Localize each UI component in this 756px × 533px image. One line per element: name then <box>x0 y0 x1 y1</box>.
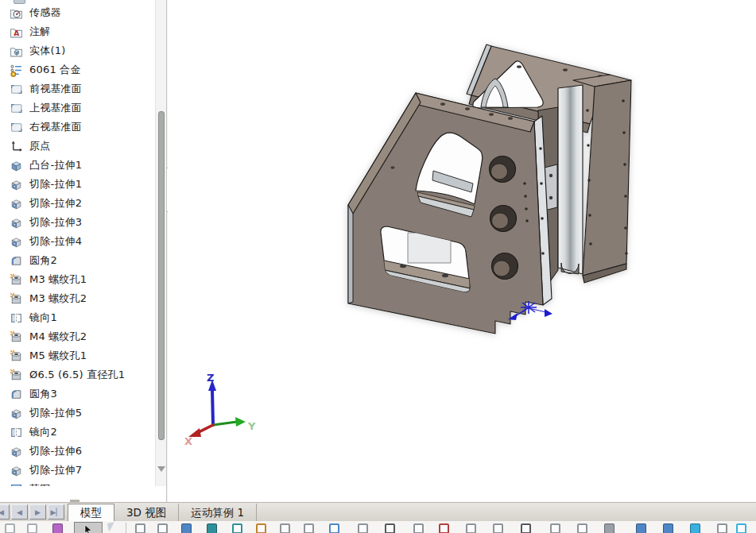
tree-item-label: 前视基准面 <box>29 82 82 96</box>
plane-icon <box>10 83 23 96</box>
tree-item-11[interactable]: 切除-拉伸2 <box>0 194 156 213</box>
clipped-icon-17[interactable] <box>466 523 476 533</box>
tab-nav-prev-button[interactable]: ◀ <box>11 504 28 519</box>
clipped-icon-14[interactable] <box>385 523 395 533</box>
tab-model[interactable]: 模型 <box>68 504 114 522</box>
clipped-icon-10[interactable] <box>280 523 290 533</box>
tree-item-14[interactable]: 圆角2 <box>0 251 156 270</box>
tab-motion-study[interactable]: 运动算例 1 <box>179 504 257 522</box>
hole-icon <box>10 350 23 363</box>
triad-z-label: Z <box>207 372 214 384</box>
clipped-icon-24[interactable] <box>663 523 673 533</box>
tree-item-17[interactable]: 镜向1 <box>0 308 156 327</box>
clipped-icon-22[interactable] <box>604 523 614 533</box>
tree-item-5[interactable]: 前视基准面 <box>0 79 156 98</box>
clipped-icon-13[interactable] <box>358 523 368 533</box>
tree-item-12[interactable]: 切除-拉伸3 <box>0 213 156 232</box>
clipped-icon-4[interactable] <box>135 523 145 533</box>
feature-tree-panel: 传感器A注解实体(1)6061 合金前视基准面上视基准面右视基准面原点凸台-拉伸… <box>0 0 156 486</box>
tab-3d-views[interactable]: 3D 视图 <box>114 504 179 522</box>
clipped-icon-15[interactable] <box>413 523 424 533</box>
tree-item-10[interactable]: 切除-拉伸1 <box>0 175 156 194</box>
tree-item-22[interactable]: 切除-拉伸5 <box>0 404 156 423</box>
tree-vertical-scrollbar-thumb[interactable] <box>158 111 165 440</box>
tree-item-partial[interactable]: 草图 <box>0 480 156 486</box>
tree-item-18[interactable]: M4 螺纹孔2 <box>0 327 156 346</box>
clipped-icon-5[interactable] <box>157 523 168 533</box>
tab-nav-first-button[interactable]: ◀ <box>0 504 10 519</box>
plane-icon <box>10 102 23 115</box>
tree-item-label: 切除-拉伸2 <box>29 196 82 210</box>
tree-item-label: 上视基准面 <box>29 101 82 115</box>
clipped-icon-9[interactable] <box>256 523 266 533</box>
clipped-icon-11[interactable] <box>304 523 314 533</box>
tree-item-4[interactable]: 6061 合金 <box>0 60 156 79</box>
tree-item-label: 传感器 <box>29 6 61 20</box>
feature-tree: 传感器A注解实体(1)6061 合金前视基准面上视基准面右视基准面原点凸台-拉伸… <box>0 3 156 486</box>
tree-item-1[interactable]: 传感器 <box>0 3 156 22</box>
cut-icon <box>10 407 23 420</box>
clipped-icon-25[interactable] <box>690 523 700 533</box>
tree-item-label: 圆角2 <box>29 253 57 268</box>
fillet-icon <box>10 254 23 268</box>
hole-icon <box>10 330 23 344</box>
tab-nav-next-button[interactable]: ▶ <box>29 504 46 519</box>
clipped-icon-23[interactable] <box>636 523 646 533</box>
clipped-icon-26[interactable] <box>717 523 727 533</box>
tree-item-label: 镜向2 <box>29 425 57 439</box>
cut-icon <box>10 178 23 191</box>
sketch-icon <box>10 483 23 487</box>
tree-item-21[interactable]: 圆角3 <box>0 384 156 404</box>
tree-item-15[interactable]: M3 螺纹孔1 <box>0 270 156 289</box>
tree-item-2[interactable]: A注解 <box>0 22 156 41</box>
scroll-down-arrow-icon[interactable] <box>157 466 165 472</box>
tree-item-23[interactable]: 镜向2 <box>0 423 156 442</box>
tree-item-25[interactable]: 切除-拉伸7 <box>0 461 156 480</box>
clipped-icon-8[interactable] <box>232 523 242 533</box>
tree-item-24[interactable]: 切除-拉伸6 <box>0 442 156 461</box>
tree-item-label: 6061 合金 <box>29 63 81 77</box>
tree-item-7[interactable]: 右视基准面 <box>0 118 156 137</box>
tree-item-label: 圆角3 <box>29 387 57 401</box>
model-viewport[interactable]: Z Y X <box>168 0 756 502</box>
fillet-icon <box>10 388 23 401</box>
clipped-icon-3[interactable] <box>52 523 63 533</box>
clipped-icon-16[interactable] <box>439 523 449 533</box>
tree-vertical-scrollbar[interactable] <box>155 0 166 486</box>
tree-item-16[interactable]: M3 螺纹孔2 <box>0 289 156 308</box>
clipped-icon-12[interactable] <box>329 523 339 533</box>
triad-y-label: Y <box>247 420 256 432</box>
tree-item-9[interactable]: 凸台-拉伸1 <box>0 156 156 175</box>
clipped-icon-6[interactable] <box>181 523 192 533</box>
select-tool-button[interactable] <box>74 522 103 533</box>
hole-icon <box>10 292 23 306</box>
cursor-arrow-icon <box>83 524 94 533</box>
tab-nav-buttons: ◀ ◀ ▶ ▶▏ <box>0 503 67 522</box>
tab-nav-last-button[interactable]: ▶▏ <box>48 504 64 519</box>
clipped-icon-20[interactable] <box>550 523 560 533</box>
coordinate-triad: Z Y X <box>181 369 273 453</box>
clipped-icon-2[interactable] <box>27 523 37 533</box>
tree-item-13[interactable]: 切除-拉伸4 <box>0 232 156 251</box>
tree-item-19[interactable]: M5 螺纹孔1 <box>0 346 156 365</box>
tree-item-label: M3 螺纹孔2 <box>29 292 87 306</box>
clipped-icon-18[interactable] <box>493 523 503 533</box>
clipped-icon-1[interactable] <box>5 523 15 533</box>
cad-model[interactable] <box>314 28 640 346</box>
tree-item-6[interactable]: 上视基准面 <box>0 98 156 118</box>
origin-icon <box>10 140 23 153</box>
clipped-icon-27[interactable] <box>736 523 746 533</box>
tree-item-20[interactable]: Ø6.5 (6.5) 直径孔1 <box>0 365 156 384</box>
tree-item-label: Ø6.5 (6.5) 直径孔1 <box>29 368 125 382</box>
clipped-icon-7[interactable] <box>207 523 217 533</box>
annotations-icon: A <box>10 25 23 39</box>
tree-item-3[interactable]: 实体(1) <box>0 41 156 60</box>
tree-item-label: M5 螺纹孔1 <box>29 349 87 363</box>
cut-icon <box>10 235 23 249</box>
clipped-icon-19[interactable] <box>521 523 531 533</box>
mirror-icon <box>10 426 23 439</box>
material-icon <box>10 64 23 77</box>
bottom-toolbar <box>0 521 756 533</box>
tree-item-8[interactable]: 原点 <box>0 137 156 156</box>
clipped-icon-21[interactable] <box>577 523 587 533</box>
